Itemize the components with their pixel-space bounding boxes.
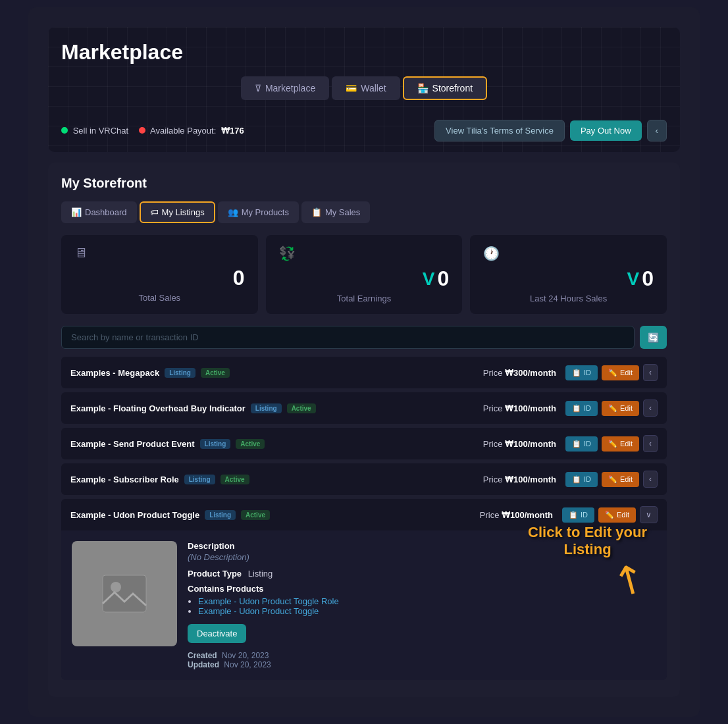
tab-wallet[interactable]: 💳 Wallet <box>332 76 400 100</box>
status-left: Sell in VRChat Available Payout: ₩176 <box>61 126 244 136</box>
sub-tab-dashboard[interactable]: 📊 Dashboard <box>61 201 137 223</box>
payout-button[interactable]: Pay Out Now <box>570 120 642 141</box>
sub-tab-my-products[interactable]: 👥 My Products <box>218 201 299 223</box>
listing-row-0: Examples - Megapack Listing Active Price… <box>61 357 667 388</box>
earnings-stat-icon: 💱 <box>279 246 450 261</box>
badge-active-2: Active <box>236 439 265 449</box>
meta-info: Created Nov 20, 2023 Updated Nov 20, 202… <box>188 651 656 669</box>
vrc-logo-earnings: V <box>423 269 435 290</box>
edit-button-1[interactable]: ✏️ Edit <box>602 401 639 416</box>
edit-icon-1: ✏️ <box>608 404 617 413</box>
last-24h-label: Last 24 Hours Sales <box>483 294 654 303</box>
tab-storefront[interactable]: 🏪 Storefront <box>403 76 487 100</box>
header-bg: Marketplace ⊽ Marketplace 💳 Wallet 🏪 Sto… <box>48 27 680 152</box>
expand-button-0[interactable]: ‹ <box>643 364 658 381</box>
history-stat-icon: 🕐 <box>483 246 654 261</box>
status-right: View Tilia's Terms of Service Pay Out No… <box>434 120 667 142</box>
deactivate-button[interactable]: Deactivate <box>188 624 246 643</box>
price-4: Price ₩100/month <box>480 510 553 520</box>
id-button-1[interactable]: 📋 ID <box>565 401 598 416</box>
sell-status: Sell in VRChat <box>61 126 128 136</box>
listing-row-2: Example - Send Product Event Listing Act… <box>61 428 667 459</box>
main-container: Marketplace ⊽ Marketplace 💳 Wallet 🏪 Sto… <box>28 7 700 717</box>
badge-listing-2: Listing <box>200 439 231 449</box>
svg-point-1 <box>111 582 121 592</box>
storefront-title: My Storefront <box>61 176 667 191</box>
badge-active-1: Active <box>287 403 316 413</box>
edit-button-4[interactable]: ✏️ Edit <box>598 507 636 523</box>
price-2: Price ₩100/month <box>483 439 556 449</box>
storefront-section: My Storefront 📊 Dashboard 🏷 My Listings … <box>48 163 680 697</box>
payout-status: Available Payout: ₩176 <box>139 126 244 136</box>
id-button-4[interactable]: 📋 ID <box>562 507 594 523</box>
listing-name-2: Example - Send Product Event <box>70 439 195 449</box>
search-input[interactable] <box>61 326 635 349</box>
listing-name-4: Example - Udon Product Toggle <box>70 510 199 520</box>
price-1: Price ₩100/month <box>483 403 556 413</box>
edit-button-2[interactable]: ✏️ Edit <box>602 436 639 452</box>
stat-total-sales: 🖥 0 Total Sales <box>61 235 258 314</box>
marketplace-icon: ⊽ <box>255 83 261 93</box>
sub-tab-my-sales[interactable]: 📋 My Sales <box>301 201 370 223</box>
vrc-logo-24h: V <box>627 269 640 290</box>
sub-tabs: 📊 Dashboard 🏷 My Listings 👥 My Products … <box>61 201 667 223</box>
price-0: Price ₩300/month <box>483 368 556 378</box>
refresh-button[interactable]: 🔄 <box>640 326 667 349</box>
product-image <box>72 541 177 646</box>
expand-button-2[interactable]: ‹ <box>643 435 658 452</box>
page-title: Marketplace <box>61 40 667 65</box>
collapse-button[interactable]: ‹ <box>647 120 667 142</box>
edit-button-0[interactable]: ✏️ Edit <box>602 365 639 380</box>
product-type: Product Type Listing <box>188 569 656 579</box>
listing-name-3: Example - Subscriber Role <box>70 475 179 484</box>
product-link-1[interactable]: Example - Udon Product Toggle <box>198 606 319 616</box>
id-button-2[interactable]: 📋 ID <box>565 436 598 452</box>
product-link-0[interactable]: Example - Udon Product Toggle Role <box>198 596 339 606</box>
badge-active-0: Active <box>201 368 230 378</box>
description-heading: Description <box>188 541 656 551</box>
total-sales-label: Total Sales <box>74 293 245 303</box>
status-bar: Sell in VRChat Available Payout: ₩176 Vi… <box>61 112 667 152</box>
id-button-0[interactable]: 📋 ID <box>565 365 598 380</box>
search-row: 🔄 <box>61 326 667 349</box>
edit-icon-4: ✏️ <box>605 511 614 519</box>
stats-row: 🖥 0 Total Sales 💱 V 0 Total Earnings 🕐 V… <box>61 235 667 314</box>
tilia-terms-button[interactable]: View Tilia's Terms of Service <box>434 120 565 142</box>
sub-tab-my-listings[interactable]: 🏷 My Listings <box>140 201 215 223</box>
sales-icon: 📋 <box>311 207 322 217</box>
edit-button-3[interactable]: ✏️ Edit <box>602 472 639 487</box>
listing-row-3: Example - Subscriber Role Listing Active… <box>61 463 667 495</box>
collapse-button-4[interactable]: ∨ <box>640 506 658 523</box>
tag-icon: 🏷 <box>150 207 159 217</box>
sales-stat-icon: 🖥 <box>74 246 245 261</box>
main-nav: ⊽ Marketplace 💳 Wallet 🏪 Storefront <box>61 76 667 100</box>
copy-icon-2: 📋 <box>572 440 581 448</box>
badge-listing-1: Listing <box>251 403 282 413</box>
stat-last-24h: 🕐 V 0 Last 24 Hours Sales <box>470 235 667 314</box>
dashboard-icon: 📊 <box>71 207 82 217</box>
stat-total-earnings: 💱 V 0 Total Earnings <box>266 235 463 314</box>
red-dot <box>139 127 145 134</box>
edit-icon-0: ✏️ <box>608 369 617 377</box>
badge-active-3: Active <box>221 475 249 484</box>
tab-marketplace[interactable]: ⊽ Marketplace <box>241 76 329 100</box>
description-value: (No Description) <box>188 552 656 562</box>
total-earnings-value: V 0 <box>279 267 450 291</box>
id-button-3[interactable]: 📋 ID <box>565 472 598 487</box>
products-icon: 👥 <box>228 207 238 217</box>
expanded-panel: Click to Edit yourListing ↗ Description … <box>61 530 667 680</box>
badge-listing-3: Listing <box>184 475 215 484</box>
product-details: Description (No Description) Product Typ… <box>188 541 656 669</box>
product-list: Example - Udon Product Toggle Role Examp… <box>198 596 656 616</box>
expand-button-3[interactable]: ‹ <box>643 471 658 488</box>
copy-icon-3: 📋 <box>572 475 581 484</box>
listing-name-0: Examples - Megapack <box>70 368 159 378</box>
expand-button-1[interactable]: ‹ <box>643 400 658 417</box>
listing-row-1: Example - Floating Overhead Buy Indicato… <box>61 392 667 424</box>
badge-active-4: Active <box>241 510 270 520</box>
last-24h-value: V 0 <box>483 267 654 291</box>
edit-icon-2: ✏️ <box>608 440 617 448</box>
total-earnings-label: Total Earnings <box>279 294 450 303</box>
copy-icon-0: 📋 <box>572 369 581 377</box>
total-sales-value: 0 <box>74 266 245 290</box>
